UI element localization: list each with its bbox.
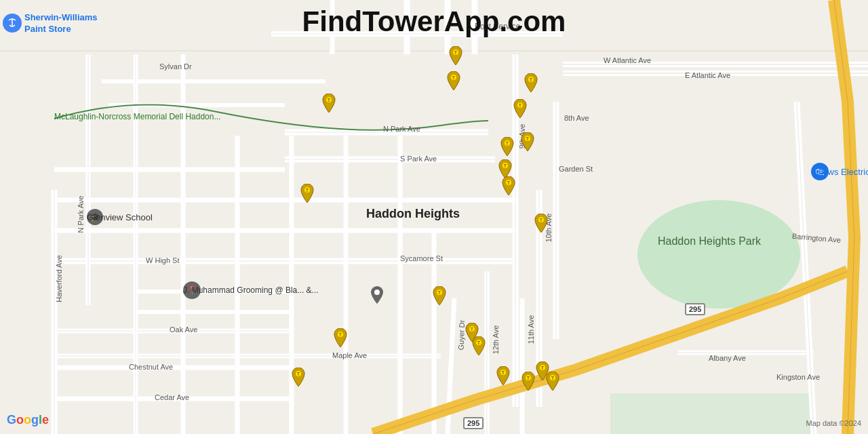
school-marker[interactable]: 🎓 Glenview School	[87, 209, 103, 225]
svg-text:T: T	[452, 75, 456, 80]
svg-rect-2	[610, 393, 814, 434]
svg-text:T: T	[438, 290, 441, 295]
svg-point-1	[637, 200, 800, 309]
tower-marker[interactable]: T	[534, 214, 549, 233]
tower-marker[interactable]: T	[291, 368, 306, 387]
svg-text:T: T	[477, 340, 481, 345]
svg-text:T: T	[507, 180, 511, 185]
svg-text:T: T	[471, 327, 474, 332]
tower-marker[interactable]: T	[524, 73, 538, 92]
business-marker[interactable]: 📍 J. Muhammad Grooming @ Bla... &...	[183, 281, 201, 299]
tower-marker[interactable]: T	[446, 71, 461, 90]
svg-text:T: T	[306, 188, 309, 193]
tower-marker[interactable]: T	[432, 286, 447, 305]
highway-295-badge-2: 295	[463, 417, 484, 429]
shopping-icon: 🛍	[811, 163, 829, 180]
svg-text:T: T	[526, 136, 530, 141]
tower-marker[interactable]: T	[496, 366, 511, 385]
svg-text:T: T	[527, 376, 530, 380]
tower-marker[interactable]: T	[333, 328, 348, 347]
svg-text:T: T	[328, 98, 331, 102]
school-icon: 🎓	[87, 209, 103, 225]
tower-marker[interactable]: T	[513, 99, 528, 118]
sw-text: Sherwin-Williams Paint Store	[24, 12, 98, 35]
12th-ave: 12th Ave	[492, 326, 500, 355]
svg-point-102	[374, 290, 380, 295]
svg-text:T: T	[540, 218, 543, 222]
tower-marker[interactable]: T	[300, 184, 315, 203]
map-container: FindTowerApp.com Sherwin-Williams Paint …	[0, 0, 868, 434]
tower-marker[interactable]: T	[471, 336, 486, 355]
sw-label[interactable]: Sherwin-Williams Paint Store	[3, 12, 98, 35]
svg-text:T: T	[502, 370, 505, 375]
svg-text:T: T	[506, 141, 509, 146]
map-svg	[0, 0, 868, 434]
j-muhammad-pin	[370, 286, 384, 307]
svg-text:T: T	[504, 163, 507, 168]
tower-marker[interactable]: T	[498, 159, 513, 178]
highway-295-badge-1: 295	[685, 303, 705, 315]
tower-marker[interactable]: T	[521, 372, 536, 391]
billows-electric-container[interactable]: Billows Electric Supply 🛍	[811, 163, 829, 180]
tower-marker[interactable]: T	[500, 137, 515, 156]
svg-text:T: T	[454, 50, 458, 55]
n-park-ave-v: N Park Ave	[77, 196, 85, 233]
svg-text:T: T	[551, 376, 555, 380]
map-data-text: Map data ©2024	[806, 419, 862, 427]
tower-marker[interactable]: T	[321, 94, 336, 113]
11th-ave: 11th Ave	[527, 315, 535, 344]
svg-text:T: T	[530, 77, 533, 82]
tower-marker[interactable]: T	[545, 372, 560, 391]
tower-marker[interactable]: T	[448, 46, 463, 65]
svg-text:T: T	[519, 103, 522, 108]
svg-text:T: T	[541, 366, 545, 370]
tower-marker[interactable]: T	[520, 132, 535, 151]
sw-icon	[3, 14, 22, 33]
google-logo: Google	[7, 413, 49, 427]
business-icon: 📍	[183, 281, 201, 299]
tower-marker[interactable]: T	[501, 176, 516, 195]
svg-text:T: T	[297, 372, 300, 376]
svg-text:T: T	[339, 332, 342, 337]
haverford-ave: Haverford Ave	[55, 255, 63, 302]
